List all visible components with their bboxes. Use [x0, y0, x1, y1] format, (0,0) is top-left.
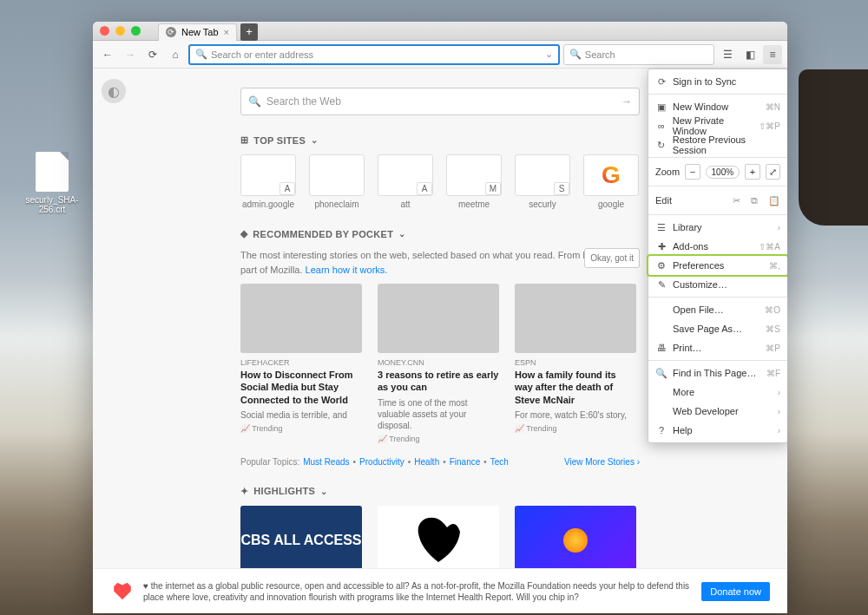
puzzle-icon: ✚	[655, 241, 667, 252]
view-more-link[interactable]: View More Stories ›	[564, 457, 640, 467]
titlebar: ⟳ New Tab × +	[93, 22, 787, 41]
story-2[interactable]: MONEY.CNN3 reasons to retire as early as…	[378, 284, 499, 443]
cut-button[interactable]: ✂	[733, 195, 740, 206]
menu-print[interactable]: 🖶Print…⌘P	[648, 338, 787, 357]
back-button[interactable]: ←	[98, 45, 117, 64]
topic-link[interactable]: Must Reads	[303, 457, 349, 467]
heart-icon	[110, 579, 135, 604]
maximize-window-button[interactable]	[131, 26, 141, 36]
reload-button[interactable]: ⟳	[143, 45, 162, 64]
pocket-learn-link[interactable]: Learn how it works.	[306, 265, 388, 275]
firefox-logo-icon: ◐	[102, 79, 126, 103]
sidebar-button[interactable]: ◧	[740, 45, 760, 64]
donate-button[interactable]: Donate now	[701, 582, 770, 601]
brush-icon: ✎	[655, 279, 667, 291]
topsite-meetme[interactable]: Mmeetme	[446, 154, 502, 209]
menu-preferences[interactable]: ⚙Preferences⌘,	[648, 256, 787, 275]
menu-separator	[648, 186, 787, 186]
window-icon: ▣	[655, 101, 667, 113]
tab-strip: ⟳ New Tab × +	[158, 22, 780, 41]
menu-library[interactable]: ☰Library›	[648, 218, 787, 237]
highlights-header[interactable]: ✦ HIGHLIGHTS ⌄	[240, 486, 640, 497]
pocket-ok-button[interactable]: Okay, got it	[584, 248, 640, 268]
search-icon: 🔍	[569, 49, 582, 60]
topic-link[interactable]: Health	[414, 457, 439, 467]
topsite-google[interactable]: Ggoogle	[583, 154, 639, 209]
close-tab-button[interactable]: ×	[224, 27, 229, 37]
menu-separator	[648, 297, 787, 298]
story-1[interactable]: LIFEHACKERHow to Disconnect From Social …	[240, 284, 362, 443]
dropdown-icon[interactable]: ⌄	[545, 49, 553, 60]
library-button[interactable]: ☰	[718, 45, 737, 64]
menu-customize[interactable]: ✎Customize…	[648, 275, 787, 294]
new-tab-button[interactable]: +	[240, 23, 258, 41]
topic-link[interactable]: Finance	[450, 457, 481, 467]
home-button[interactable]: ⌂	[166, 45, 185, 64]
topic-link[interactable]: Productivity	[359, 457, 404, 467]
highlights-row: CBS ALL ACCESS	[240, 506, 640, 575]
search-icon: 🔍	[248, 95, 261, 108]
search-icon: 🔍	[655, 368, 667, 379]
desktop-file-icon[interactable]: securly_SHA-256.crt	[22, 152, 82, 214]
highlight-2[interactable]	[378, 506, 499, 575]
chevron-right-icon: ›	[778, 223, 780, 232]
web-search-input[interactable]: 🔍 Search the Web →	[240, 88, 640, 115]
topic-link[interactable]: Tech	[490, 457, 509, 467]
toolbar: ← → ⟳ ⌂ 🔍 Search or enter address ⌄ 🔍 Se…	[93, 41, 787, 69]
menu-separator	[648, 157, 787, 158]
highlight-cbs[interactable]: CBS ALL ACCESS	[240, 506, 362, 575]
topsite-phoneclaim[interactable]: phoneclaim	[309, 154, 365, 209]
chevron-down-icon: ⌄	[320, 487, 327, 496]
fullscreen-button[interactable]: ⤢	[766, 164, 780, 180]
search-bar[interactable]: 🔍 Search	[563, 44, 714, 65]
browser-window: ⟳ New Tab × + ← → ⟳ ⌂ 🔍 Search or enter …	[93, 22, 787, 613]
address-bar[interactable]: 🔍 Search or enter address ⌄	[188, 44, 560, 65]
menu-new-window[interactable]: ▣New Window⌘N	[648, 97, 787, 116]
topsite-securly[interactable]: Ssecurly	[515, 154, 570, 209]
story-3[interactable]: ESPNHow a family found its way after the…	[515, 284, 636, 443]
footer-banner: ♥ the internet as a global public resour…	[93, 568, 787, 613]
menu-save-page[interactable]: Save Page As…⌘S	[648, 319, 787, 338]
web-search-placeholder: Search the Web	[266, 95, 341, 108]
highlight-3[interactable]	[515, 506, 636, 575]
topsite-admin-google[interactable]: Aadmin.google	[240, 154, 296, 209]
zoom-in-button[interactable]: +	[745, 164, 760, 180]
hamburger-menu-button[interactable]: ≡	[763, 45, 782, 64]
paste-button[interactable]: 📋	[768, 195, 780, 206]
menu-edit: Edit ✂ ⧉ 📋	[648, 189, 787, 212]
pocket-description: The most interesting stories on the web,…	[240, 248, 640, 277]
menu-addons[interactable]: ✚Add-ons⇧⌘A	[648, 237, 787, 256]
pocket-stories: LIFEHACKERHow to Disconnect From Social …	[240, 284, 640, 443]
pocket-label: RECOMMENDED BY POCKET	[253, 229, 393, 239]
highlights-icon: ✦	[240, 486, 248, 497]
menu-restore-session[interactable]: ↻Restore Previous Session	[648, 135, 787, 154]
browser-tab[interactable]: ⟳ New Tab ×	[158, 23, 237, 41]
zoom-value: 100%	[706, 166, 740, 179]
menu-more[interactable]: More›	[648, 383, 787, 402]
menu-sign-in-sync[interactable]: ⟳Sign in to Sync	[648, 72, 787, 91]
close-window-button[interactable]	[100, 26, 109, 36]
menu-find[interactable]: 🔍Find in This Page…⌘F	[648, 363, 787, 383]
library-icon: ☰	[655, 222, 667, 233]
copy-button[interactable]: ⧉	[751, 195, 758, 206]
address-placeholder: Search or enter address	[211, 49, 313, 60]
footer-text: ♥ the internet as a global public resour…	[143, 580, 693, 603]
minimize-window-button[interactable]	[115, 26, 125, 36]
sync-icon: ⟳	[655, 76, 667, 88]
menu-web-developer[interactable]: Web Developer›	[648, 402, 787, 421]
search-placeholder: Search	[585, 49, 615, 60]
zoom-out-button[interactable]: −	[685, 164, 700, 180]
topsites-header[interactable]: ⊞ TOP SITES ⌄	[240, 134, 640, 146]
menu-zoom: Zoom − 100% + ⤢	[648, 160, 787, 183]
menu-separator	[648, 214, 787, 215]
menu-help[interactable]: ?Help›	[648, 421, 787, 440]
menu-new-private-window[interactable]: ∞New Private Window⇧⌘P	[648, 116, 787, 135]
search-icon: 🔍	[195, 49, 207, 60]
menu-open-file[interactable]: Open File…⌘O	[648, 300, 787, 319]
pocket-header[interactable]: ◆ RECOMMENDED BY POCKET ⌄	[240, 228, 640, 239]
topsite-att[interactable]: Aatt	[378, 154, 433, 209]
mask-icon: ∞	[655, 121, 667, 131]
forward-button[interactable]: →	[121, 45, 140, 64]
go-icon[interactable]: →	[621, 95, 632, 108]
chevron-right-icon: ›	[778, 407, 780, 416]
